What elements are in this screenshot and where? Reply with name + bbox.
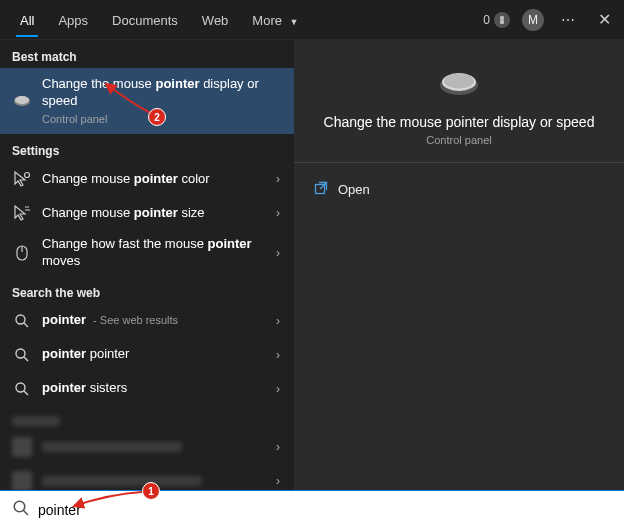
svg-point-15 — [444, 74, 474, 89]
group-search-web: Search the web — [0, 276, 294, 304]
svg-line-10 — [24, 357, 28, 361]
chevron-right-icon[interactable]: › — [272, 348, 284, 362]
mouse-outline-icon — [12, 243, 32, 263]
tab-more-label: More — [252, 13, 282, 28]
web-item-title: pointer sisters — [42, 380, 262, 397]
preview-panel: Change the mouse pointer display or spee… — [294, 40, 624, 490]
open-action[interactable]: Open — [312, 175, 606, 204]
chevron-right-icon[interactable]: › — [272, 382, 284, 396]
rewards-badge-icon — [494, 12, 510, 28]
group-redacted — [0, 406, 294, 430]
redacted-item[interactable]: › — [0, 430, 294, 464]
settings-item-pointer-size[interactable]: Change mouse pointer size › — [0, 196, 294, 230]
preview-subtitle: Control panel — [314, 134, 604, 146]
svg-point-11 — [16, 383, 25, 392]
web-result-pointer-sisters[interactable]: pointer sisters › — [0, 372, 294, 406]
tab-web[interactable]: Web — [190, 3, 241, 37]
mouse-icon — [12, 91, 32, 111]
redacted-item[interactable]: › — [0, 464, 294, 490]
rewards-indicator[interactable]: 0 — [483, 12, 510, 28]
tab-documents[interactable]: Documents — [100, 3, 190, 37]
search-icon — [12, 345, 32, 365]
best-match-result[interactable]: Change the mouse pointer display or spee… — [0, 68, 294, 134]
chevron-right-icon[interactable]: › — [272, 440, 284, 454]
web-item-title: pointer - See web results — [42, 312, 262, 329]
settings-item-title: Change how fast the mouse pointer moves — [42, 236, 262, 270]
chevron-right-icon[interactable]: › — [272, 314, 284, 328]
svg-line-12 — [24, 391, 28, 395]
svg-line-19 — [24, 510, 29, 515]
user-avatar[interactable]: M — [522, 9, 544, 31]
close-button[interactable]: ✕ — [592, 10, 616, 29]
pointer-color-icon — [12, 169, 32, 189]
svg-point-3 — [15, 96, 29, 104]
svg-point-7 — [16, 315, 25, 324]
svg-point-0 — [500, 15, 504, 19]
settings-item-pointer-speed[interactable]: Change how fast the mouse pointer moves … — [0, 230, 294, 276]
results-panel: Best match Change the mouse pointer disp… — [0, 40, 294, 490]
settings-item-title: Change mouse pointer color — [42, 171, 262, 188]
search-icon — [12, 311, 32, 331]
best-match-title: Change the mouse pointer display or spee… — [42, 76, 284, 110]
svg-line-8 — [24, 323, 28, 327]
svg-point-18 — [14, 501, 25, 512]
search-input[interactable] — [38, 502, 612, 518]
file-icon — [12, 437, 32, 457]
open-icon — [314, 181, 328, 198]
rewards-count: 0 — [483, 13, 490, 27]
filter-tabs: All Apps Documents Web More ▼ — [8, 3, 311, 37]
pointer-size-icon — [12, 203, 32, 223]
more-options-button[interactable]: ⋯ — [556, 12, 580, 28]
top-nav-bar: All Apps Documents Web More ▼ 0 M ⋯ ✕ — [0, 0, 624, 40]
chevron-down-icon: ▼ — [290, 17, 299, 27]
chevron-right-icon[interactable]: › — [272, 246, 284, 260]
svg-rect-1 — [500, 20, 504, 24]
best-match-subtitle: Control panel — [42, 112, 284, 126]
web-result-pointer-pointer[interactable]: pointer pointer › — [0, 338, 294, 372]
settings-item-title: Change mouse pointer size — [42, 205, 262, 222]
group-best-match: Best match — [0, 40, 294, 68]
search-bar — [0, 490, 624, 528]
chevron-right-icon[interactable]: › — [272, 172, 284, 186]
web-result-pointer[interactable]: pointer - See web results › — [0, 304, 294, 338]
tab-apps[interactable]: Apps — [46, 3, 100, 37]
group-settings: Settings — [0, 134, 294, 162]
preview-title: Change the mouse pointer display or spee… — [314, 114, 604, 130]
chevron-right-icon[interactable]: › — [272, 206, 284, 220]
chevron-right-icon[interactable]: › — [272, 474, 284, 488]
preview-mouse-icon — [314, 68, 604, 98]
open-label: Open — [338, 182, 370, 197]
search-icon — [12, 499, 30, 521]
svg-point-9 — [16, 349, 25, 358]
file-icon — [12, 471, 32, 490]
tab-more[interactable]: More ▼ — [240, 3, 310, 37]
search-icon — [12, 379, 32, 399]
svg-point-4 — [25, 173, 30, 178]
web-item-title: pointer pointer — [42, 346, 262, 363]
tab-all[interactable]: All — [8, 3, 46, 37]
settings-item-pointer-color[interactable]: Change mouse pointer color › — [0, 162, 294, 196]
